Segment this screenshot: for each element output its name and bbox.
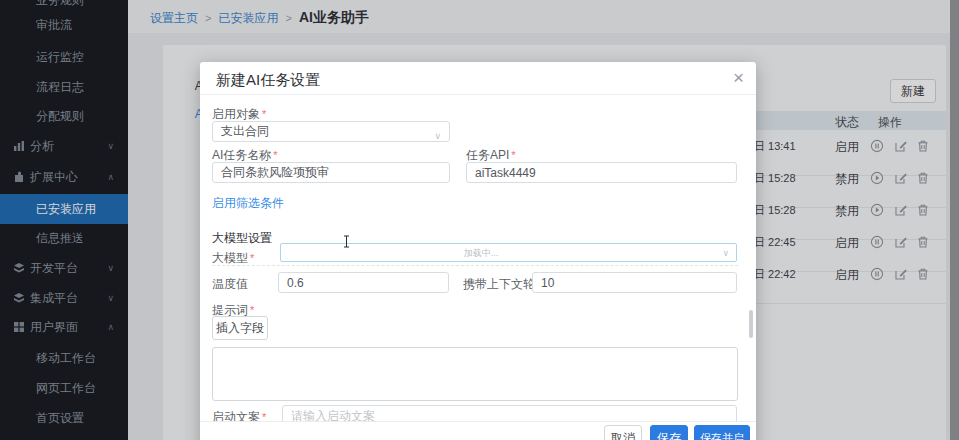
temperature-label: 温度值 bbox=[212, 276, 248, 293]
loading-text: 加载中... bbox=[281, 247, 681, 260]
required-mark: * bbox=[250, 304, 254, 316]
chevron-down-icon: ∨ bbox=[722, 248, 729, 258]
task-api-input[interactable] bbox=[466, 162, 737, 183]
context-rounds-input[interactable] bbox=[532, 272, 737, 293]
save-and-enable-button[interactable]: 保存并启用 bbox=[694, 425, 750, 440]
temperature-input[interactable] bbox=[278, 272, 449, 293]
insert-field-button[interactable]: 插入字段 bbox=[212, 316, 268, 340]
modal-scrollbar-thumb[interactable] bbox=[749, 310, 753, 338]
model-settings-section-label: 大模型设置 bbox=[212, 230, 272, 247]
required-mark: * bbox=[273, 149, 277, 161]
text-cursor-icon bbox=[342, 235, 351, 248]
modal-title: 新建AI任务设置 bbox=[216, 71, 320, 90]
required-mark: * bbox=[250, 252, 254, 264]
task-name-input[interactable] bbox=[212, 162, 450, 183]
dropdown-divider bbox=[212, 265, 738, 266]
close-icon[interactable]: × bbox=[733, 66, 744, 90]
cancel-button[interactable]: 取消 bbox=[604, 425, 642, 440]
enable-filter-link[interactable]: 启用筛选条件 bbox=[212, 195, 284, 212]
save-button[interactable]: 保存 bbox=[650, 425, 688, 440]
modal-header-divider bbox=[200, 94, 756, 95]
prompt-textarea[interactable] bbox=[212, 347, 738, 401]
required-mark: * bbox=[262, 108, 266, 120]
enable-target-select[interactable]: 支出合同 ∨ bbox=[212, 121, 450, 142]
new-ai-task-modal: 新建AI任务设置 × 启用对象* 支出合同 ∨ AI任务名称* 任务API* 启… bbox=[200, 62, 756, 440]
modal-footer: 取消 保存 保存并启用 bbox=[200, 421, 756, 440]
required-mark: * bbox=[511, 149, 515, 161]
chevron-down-icon: ∨ bbox=[434, 127, 441, 146]
